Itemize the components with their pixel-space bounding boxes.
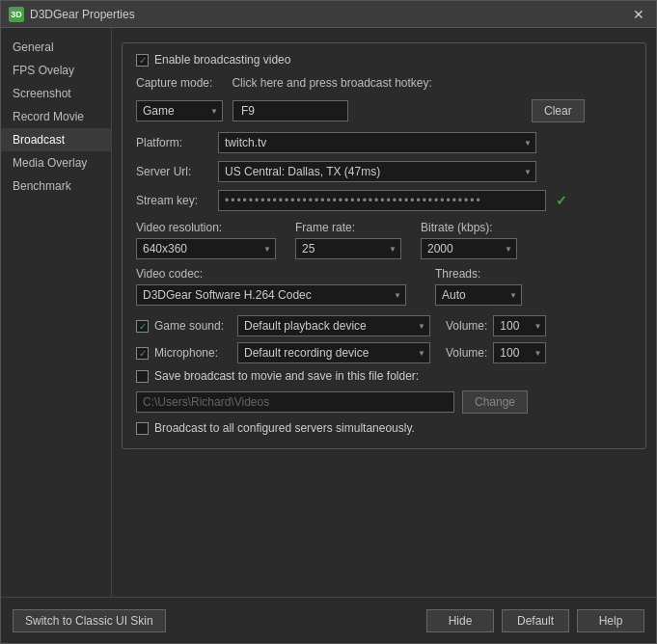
- footer-left: Switch to Classic UI Skin: [13, 609, 419, 632]
- stream-key-valid-icon: ✓: [556, 193, 567, 208]
- game-volume-select[interactable]: 100 75 50: [493, 315, 546, 336]
- sidebar: General FPS Ovelay Screenshot Record Mov…: [1, 28, 112, 597]
- save-broadcast-row: Save broadcast to movie and save in this…: [136, 369, 632, 383]
- game-sound-select[interactable]: Default playback device Speakers Headpho…: [237, 315, 430, 336]
- sidebar-item-record-movie[interactable]: Record Movie: [1, 105, 111, 128]
- title-bar: 3D D3DGear Properties ✕: [1, 1, 656, 28]
- video-params-row: Video resolution: 640x360 1280x720 1920x…: [136, 221, 632, 259]
- capture-mode-select[interactable]: Game Desktop Window: [136, 100, 223, 121]
- platform-wrapper: twitch.tv YouTube Facebook: [218, 132, 536, 153]
- microphone-select[interactable]: Default recording device Microphone Line…: [237, 342, 430, 363]
- save-broadcast-checkbox[interactable]: [136, 370, 149, 383]
- broadcast-all-checkbox[interactable]: [136, 422, 149, 435]
- frame-rate-group: Frame rate: 25 30 60: [295, 221, 401, 259]
- video-codec-label: Video codec:: [136, 267, 406, 281]
- server-wrapper: US Central: Dallas, TX (47ms): [218, 161, 536, 182]
- capture-mode-wrapper: Game Desktop Window: [136, 100, 223, 121]
- server-select[interactable]: US Central: Dallas, TX (47ms): [218, 161, 536, 182]
- sidebar-item-general[interactable]: General: [1, 36, 111, 59]
- main-window: 3D D3DGear Properties ✕ General FPS Ovel…: [0, 0, 657, 644]
- default-button[interactable]: Default: [502, 609, 569, 632]
- platform-label: Platform:: [136, 136, 208, 149]
- broadcast-all-row: Broadcast to all configured servers simu…: [136, 421, 632, 435]
- hotkey-input[interactable]: [233, 100, 348, 121]
- codec-group: Video codec: D3DGear Software H.264 Code…: [136, 267, 406, 306]
- enable-checkbox[interactable]: [136, 54, 149, 67]
- game-sound-label: Game sound:: [154, 319, 232, 333]
- threads-wrapper: Auto 1 2 4: [435, 284, 522, 306]
- video-resolution-label: Video resolution:: [136, 221, 276, 234]
- content-area: General FPS Ovelay Screenshot Record Mov…: [1, 28, 656, 597]
- frame-rate-label: Frame rate:: [295, 221, 401, 234]
- sidebar-item-screenshot[interactable]: Screenshot: [1, 82, 111, 105]
- hotkey-label: Click here and press broadcast hotkey:: [232, 76, 431, 90]
- microphone-label: Microphone:: [154, 346, 232, 360]
- frame-rate-wrapper: 25 30 60: [295, 238, 401, 259]
- save-broadcast-label: Save broadcast to movie and save in this…: [154, 369, 419, 383]
- stream-key-row: Stream key: ✓: [136, 190, 632, 211]
- sidebar-item-media-overlay[interactable]: Media Overlay: [1, 151, 111, 174]
- mic-volume-label: Volume:: [446, 346, 487, 360]
- resolution-select[interactable]: 640x360 1280x720 1920x1080: [136, 238, 276, 259]
- stream-key-input[interactable]: [218, 190, 546, 211]
- main-panel: Enable broadcasting video Capture mode: …: [112, 28, 656, 597]
- sidebar-item-fps-overlay[interactable]: FPS Ovelay: [1, 59, 111, 82]
- footer-right: Hide Default Help: [426, 609, 644, 632]
- capture-mode-label: Capture mode:: [136, 76, 212, 90]
- close-button[interactable]: ✕: [629, 5, 648, 24]
- mic-volume-wrapper: 100 75 50: [493, 342, 546, 363]
- resolution-wrapper: 640x360 1280x720 1920x1080: [136, 238, 276, 259]
- stream-key-label: Stream key:: [136, 194, 208, 207]
- resolution-group: Video resolution: 640x360 1280x720 1920x…: [136, 221, 276, 259]
- video-codec-row: Video codec: D3DGear Software H.264 Code…: [136, 267, 632, 306]
- platform-row: Platform: twitch.tv YouTube Facebook: [136, 132, 632, 153]
- window-title: D3DGear Properties: [30, 8, 629, 21]
- server-row: Server Url: US Central: Dallas, TX (47ms…: [136, 161, 632, 182]
- app-icon: 3D: [9, 7, 24, 22]
- threads-label: Threads:: [435, 267, 522, 281]
- frame-rate-select[interactable]: 25 30 60: [295, 238, 401, 259]
- microphone-row: Microphone: Default recording device Mic…: [136, 342, 632, 363]
- microphone-checkbox[interactable]: [136, 347, 149, 360]
- codec-select[interactable]: D3DGear Software H.264 Codec H.264 (NVID…: [136, 284, 406, 306]
- threads-group: Threads: Auto 1 2 4: [435, 267, 522, 306]
- game-volume-wrapper: 100 75 50: [493, 315, 546, 336]
- folder-path-input[interactable]: [136, 391, 454, 413]
- change-button[interactable]: Change: [462, 390, 528, 414]
- bitrate-select[interactable]: 2000 3000 5000: [421, 238, 517, 259]
- footer: Switch to Classic UI Skin Hide Default H…: [1, 597, 656, 643]
- game-sound-checkbox[interactable]: [136, 320, 149, 333]
- folder-row: Change: [136, 390, 632, 414]
- game-sound-wrapper: Default playback device Speakers Headpho…: [237, 315, 430, 336]
- microphone-wrapper: Default recording device Microphone Line…: [237, 342, 430, 363]
- server-label: Server Url:: [136, 165, 208, 178]
- game-volume-label: Volume:: [446, 319, 487, 333]
- bitrate-label: Bitrate (kbps):: [421, 221, 517, 234]
- enable-label: Enable broadcasting video: [154, 53, 290, 67]
- sidebar-item-broadcast[interactable]: Broadcast: [1, 128, 111, 151]
- platform-select[interactable]: twitch.tv YouTube Facebook: [218, 132, 536, 153]
- game-sound-row: Game sound: Default playback device Spea…: [136, 315, 632, 336]
- mic-volume-select[interactable]: 100 75 50: [493, 342, 546, 363]
- classic-ui-button[interactable]: Switch to Classic UI Skin: [13, 609, 166, 632]
- clear-button[interactable]: Clear: [532, 99, 585, 122]
- bitrate-group: Bitrate (kbps): 2000 3000 5000: [421, 221, 517, 259]
- enable-row: Enable broadcasting video: [136, 53, 632, 67]
- sidebar-item-benchmark[interactable]: Benchmark: [1, 174, 111, 198]
- capture-hotkey-row: Capture mode: Click here and press broad…: [136, 76, 632, 90]
- broadcast-all-label: Broadcast to all configured servers simu…: [154, 421, 415, 435]
- hide-button[interactable]: Hide: [426, 609, 494, 632]
- codec-wrapper: D3DGear Software H.264 Codec H.264 (NVID…: [136, 284, 406, 306]
- bitrate-wrapper: 2000 3000 5000: [421, 238, 517, 259]
- help-button[interactable]: Help: [577, 609, 644, 632]
- broadcast-group: Enable broadcasting video Capture mode: …: [122, 42, 646, 449]
- threads-select[interactable]: Auto 1 2 4: [435, 284, 522, 306]
